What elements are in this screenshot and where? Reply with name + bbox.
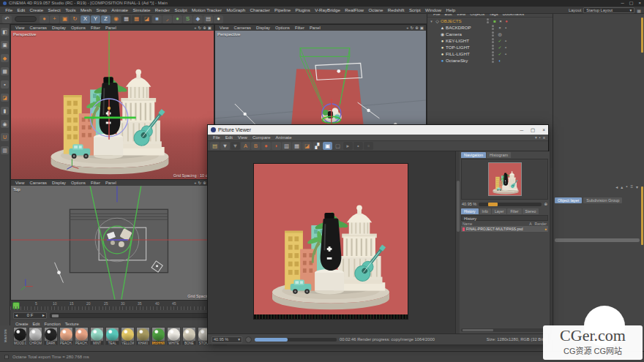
visibility-dots[interactable] bbox=[488, 51, 497, 56]
viewport-menu-item[interactable]: Filter bbox=[293, 26, 307, 30]
frame-increment-icon[interactable]: ▸ bbox=[42, 313, 45, 317]
history-panel-tab[interactable]: Info bbox=[479, 208, 491, 214]
visibility-dots[interactable] bbox=[483, 18, 492, 23]
viewport-menu-item[interactable]: View bbox=[13, 26, 26, 30]
menu-item[interactable]: Render bbox=[153, 7, 173, 14]
viewport-menu-item[interactable]: Panel bbox=[103, 181, 119, 185]
pv-filter-icon[interactable]: ▾ bbox=[535, 135, 537, 140]
pv-menu-item[interactable]: File bbox=[211, 135, 222, 140]
pv-minimize-button[interactable]: ─ bbox=[520, 127, 523, 133]
material-menu-item[interactable]: Function bbox=[42, 322, 62, 326]
compare-a-icon[interactable]: A bbox=[241, 142, 250, 150]
history-panel-tab[interactable]: Layer bbox=[492, 208, 507, 214]
material-swatch[interactable]: MINT bbox=[90, 327, 104, 345]
stop-icon[interactable]: ▪ bbox=[353, 142, 363, 150]
show-image-icon[interactable]: ▣ bbox=[323, 142, 332, 150]
material-swatch[interactable]: CHROME bbox=[29, 327, 42, 345]
pv-close-button[interactable]: × bbox=[542, 127, 545, 133]
side-panel-scrollbar[interactable] bbox=[461, 328, 548, 332]
show-alpha-icon[interactable]: ▢ bbox=[333, 142, 342, 150]
dock-menu-icon[interactable]: ≡ bbox=[630, 184, 633, 189]
menu-item[interactable]: Pipeline bbox=[272, 7, 293, 14]
pv-menu-item[interactable]: Animate bbox=[274, 135, 294, 140]
material-swatch[interactable]: PEACH.1 bbox=[59, 327, 73, 345]
menu-item[interactable]: RealFlow bbox=[342, 7, 366, 14]
save-as-icon[interactable]: ▼ bbox=[231, 142, 240, 150]
rendered-image[interactable] bbox=[253, 163, 408, 320]
menu-item[interactable]: Select bbox=[45, 7, 63, 14]
material-menu-item[interactable]: Edit bbox=[30, 322, 42, 326]
material-swatch[interactable]: WHITE bbox=[167, 327, 181, 345]
object-tag-icon[interactable]: ▪ bbox=[503, 26, 509, 30]
window-close-button[interactable]: × bbox=[638, 0, 641, 7]
array-icon[interactable]: ◆ bbox=[193, 15, 203, 23]
make-editable-icon[interactable]: ◧ bbox=[1, 28, 9, 36]
play-icon[interactable]: ▸ bbox=[343, 142, 353, 150]
object-row[interactable]: ▲ BACKDROP × ▪ bbox=[427, 24, 553, 31]
object-tag-icon[interactable]: ▫ bbox=[503, 52, 509, 56]
visibility-dots[interactable] bbox=[488, 25, 497, 30]
dock-scrollbar[interactable] bbox=[641, 186, 643, 245]
maximize-view-icon[interactable]: ▣ bbox=[208, 26, 211, 30]
material-menu-item[interactable]: Texture bbox=[63, 322, 81, 326]
menu-item[interactable]: Plugins bbox=[293, 7, 312, 14]
object-row[interactable]: ◉ Camera ◎ bbox=[427, 31, 553, 37]
history-panel-tab[interactable]: History bbox=[461, 208, 479, 214]
viewport-menu-item[interactable]: Options bbox=[69, 26, 88, 30]
pv-menu-item[interactable]: Edit bbox=[223, 135, 235, 140]
pv-menu-item[interactable]: Compare bbox=[250, 135, 273, 140]
layout-single-icon[interactable]: ▥ bbox=[282, 142, 291, 150]
viewport-menu-item[interactable]: Options bbox=[69, 181, 88, 185]
pv-pin-icon[interactable]: ▪ bbox=[539, 135, 541, 140]
texture-mode-icon[interactable]: ◆ bbox=[1, 54, 9, 62]
object-tag-icon[interactable]: × bbox=[498, 19, 503, 23]
menu-item[interactable]: Script bbox=[407, 7, 423, 14]
zoom-slider[interactable] bbox=[479, 203, 542, 206]
render-canvas[interactable] bbox=[208, 151, 455, 333]
viewport-menu-item[interactable]: Filter bbox=[89, 181, 102, 185]
snap-mode-icon[interactable]: ◉ bbox=[1, 120, 9, 128]
render-settings-icon[interactable]: ◪ bbox=[142, 15, 151, 23]
menu-item[interactable]: MoGraph bbox=[224, 7, 247, 14]
current-frame-field[interactable]: ◂ 0 F ▸ bbox=[13, 312, 47, 319]
object-tag-icon[interactable]: ● bbox=[503, 19, 509, 23]
object-row[interactable]: ▾ ◇ OBJECTS ■ × ● bbox=[427, 18, 553, 24]
dock-back-icon[interactable]: ◂ bbox=[615, 184, 618, 189]
material-swatch[interactable]: YELLOW bbox=[121, 327, 135, 345]
menu-item[interactable]: Tools bbox=[63, 7, 78, 14]
object-name[interactable]: KEY-LIGHT bbox=[446, 38, 488, 43]
object-tag-icon[interactable]: ▫ bbox=[503, 45, 509, 50]
zoom-plus-icon[interactable]: ⊕ bbox=[544, 202, 547, 206]
material-swatch[interactable]: GREEN bbox=[151, 327, 165, 345]
pv-options-icon[interactable]: ≡ bbox=[543, 135, 545, 140]
maximize-view-icon[interactable]: ▣ bbox=[420, 26, 424, 30]
octane-settings-icon[interactable]: ◗ bbox=[272, 142, 281, 150]
menu-item[interactable]: Snap bbox=[94, 7, 109, 14]
open-image-icon[interactable]: ▤ bbox=[210, 142, 220, 150]
viewport-menu-item[interactable]: Display bbox=[50, 26, 68, 30]
range-slider-handle[interactable] bbox=[52, 314, 59, 317]
material-swatch[interactable]: KHAKI bbox=[136, 327, 150, 345]
object-name[interactable]: Camera bbox=[446, 31, 488, 37]
ab-compare-icon[interactable]: ▞ bbox=[312, 142, 322, 150]
polygon-mode-icon[interactable]: ▮ bbox=[1, 107, 9, 115]
frame-decrement-icon[interactable]: ◂ bbox=[15, 313, 18, 317]
dock-tab[interactable]: Object layer bbox=[555, 197, 582, 203]
expand-arrow-icon[interactable]: ▾ bbox=[429, 19, 434, 23]
viewport-menu-item[interactable]: Panel bbox=[307, 26, 323, 30]
frame-range-slider[interactable] bbox=[50, 313, 211, 318]
menu-item[interactable]: Mesh bbox=[78, 7, 94, 14]
dock-scroll-strip[interactable] bbox=[555, 238, 640, 242]
visibility-dots[interactable] bbox=[488, 38, 497, 43]
object-name[interactable]: BACKDROP bbox=[446, 25, 488, 30]
viewport-menu-item[interactable]: Cameras bbox=[27, 181, 49, 185]
viewport-menu-item[interactable]: View bbox=[217, 26, 231, 30]
mograph-icon[interactable]: S bbox=[183, 15, 192, 23]
menu-item[interactable]: Window bbox=[423, 7, 443, 14]
menu-item[interactable]: Redshift bbox=[386, 7, 407, 14]
add-cube-icon[interactable]: ■ bbox=[152, 15, 162, 23]
visibility-dots[interactable] bbox=[488, 31, 497, 37]
viewport-top[interactable]: ViewCamerasDisplayOptionsFilterPanel +↻⊕… bbox=[10, 179, 214, 300]
menu-item[interactable]: Edit bbox=[15, 7, 27, 14]
render-to-picture-viewer-icon[interactable]: ▦ bbox=[132, 15, 141, 23]
